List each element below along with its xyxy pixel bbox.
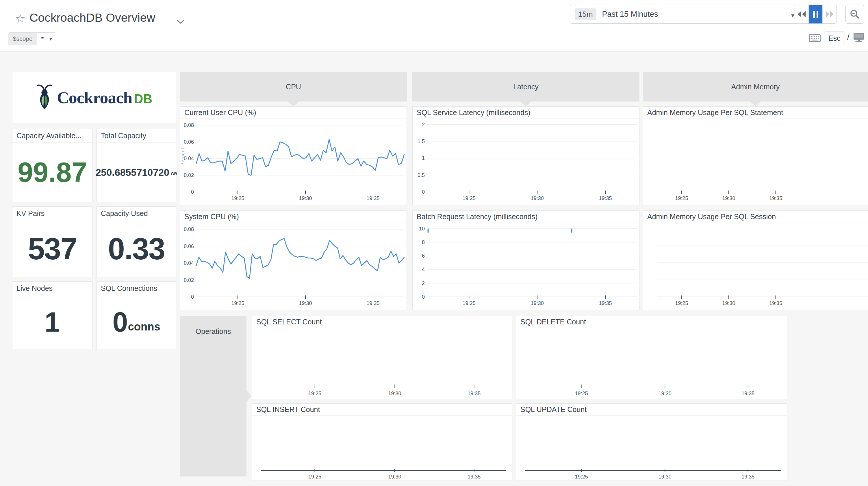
svg-text:19:35: 19:35: [769, 195, 782, 201]
chart-plot: 19:2519:3019:35: [252, 328, 512, 399]
svg-text:0.02: 0.02: [184, 277, 194, 283]
scope-variable-value: *▾: [37, 33, 56, 45]
svg-text:8: 8: [422, 239, 425, 245]
stat-title: Total Capacity: [97, 129, 176, 143]
svg-text:0.02: 0.02: [184, 172, 194, 178]
group-label: Admin Memory: [731, 83, 780, 91]
svg-text:19:30: 19:30: [722, 195, 735, 201]
svg-text:0.08: 0.08: [184, 226, 194, 232]
chart-title: SQL INSERT Count: [252, 404, 512, 416]
svg-text:19:35: 19:35: [769, 301, 782, 306]
zoom-out-button[interactable]: [845, 5, 864, 24]
chart-sql-select-count[interactable]: SQL SELECT Count 19:2519:3019:35: [252, 316, 512, 399]
svg-text:19:30: 19:30: [722, 301, 735, 306]
svg-text:19:25: 19:25: [675, 195, 688, 201]
stat-card-capacity-available[interactable]: Capacity Available... 99.87: [12, 128, 92, 202]
svg-text:6: 6: [422, 253, 425, 259]
group-label: Latency: [513, 83, 538, 91]
group-label: Operations: [196, 327, 231, 335]
group-header-operations[interactable]: Operations: [180, 316, 246, 477]
svg-text:0.08: 0.08: [184, 122, 194, 128]
template-variable-scope[interactable]: $scope *▾: [8, 32, 56, 45]
svg-text:0: 0: [422, 294, 425, 300]
svg-text:0: 0: [191, 189, 194, 195]
esc-key[interactable]: Esc: [824, 31, 845, 45]
svg-text:0.04: 0.04: [184, 260, 194, 266]
chart-plot: 024681019:2519:3019:35: [413, 223, 639, 310]
chart-admin-memory-per-sql-session[interactable]: Admin Memory Usage Per SQL Session 19:25…: [643, 210, 868, 310]
group-header-cpu[interactable]: CPU: [180, 72, 407, 102]
chart-plot: 19:2519:3019:35: [516, 416, 787, 481]
time-range-picker[interactable]: 15m Past 15 Minutes ▾: [570, 5, 800, 24]
svg-text:19:35: 19:35: [366, 301, 379, 306]
page-title: CockroachDB Overview: [29, 11, 155, 25]
stat-card-sql-connections[interactable]: SQL Connections 0conns: [96, 281, 176, 349]
svg-text:0.06: 0.06: [184, 139, 194, 145]
svg-text:19:30: 19:30: [658, 474, 672, 480]
stat-card-total-capacity[interactable]: Total Capacity 250.6855710720GB: [96, 128, 176, 202]
svg-text:19:30: 19:30: [388, 474, 401, 480]
chart-admin-memory-per-sql-statement[interactable]: Admin Memory Usage Per SQL Statement 19:…: [643, 106, 868, 205]
logo-wordmark: Cockroach: [57, 88, 132, 107]
svg-text:19:35: 19:35: [741, 474, 754, 480]
cockroachdb-dashboard: ☆ CockroachDB Overview 15m Past 15 Minut…: [0, 0, 868, 486]
stat-value: 0: [113, 308, 128, 336]
rewind-button[interactable]: [795, 5, 809, 23]
svg-text:19:35: 19:35: [467, 474, 480, 480]
chart-plot: 00.020.040.060.0819:2519:3019:35: [180, 223, 407, 310]
chart-plot: 19:2519:3019:35: [516, 328, 787, 399]
chart-plot: 19:2519:3019:35: [643, 118, 868, 205]
caret-down-icon: ▾: [50, 36, 52, 42]
svg-text:0: 0: [191, 294, 194, 300]
chevron-down-icon[interactable]: [176, 19, 185, 25]
chart-plot: 19:2519:3019:35: [643, 223, 868, 310]
svg-text:1: 1: [422, 155, 425, 161]
chart-batch-request-latency[interactable]: Batch Request Latency (milliseconds) 024…: [412, 210, 640, 310]
svg-text:19:35: 19:35: [741, 391, 754, 396]
cockroachdb-logo-card: CockroachDB: [12, 72, 176, 123]
svg-text:19:25: 19:25: [575, 474, 588, 480]
svg-text:19:30: 19:30: [531, 301, 544, 306]
svg-text:19:25: 19:25: [463, 301, 475, 306]
favorite-star-icon[interactable]: ☆: [15, 13, 25, 24]
pause-button[interactable]: [809, 5, 823, 23]
stat-card-capacity-used[interactable]: Capacity Used 0.33: [96, 206, 176, 277]
svg-text:19:35: 19:35: [467, 391, 480, 396]
svg-text:19:30: 19:30: [531, 195, 544, 201]
svg-text:0.5: 0.5: [417, 172, 425, 178]
svg-text:19:35: 19:35: [366, 195, 379, 201]
svg-text:19:25: 19:25: [231, 301, 244, 306]
stat-card-kv-pairs[interactable]: KV Pairs 537: [12, 206, 92, 277]
monitor-icon[interactable]: [853, 32, 865, 44]
chart-sql-update-count[interactable]: SQL UPDATE Count 19:2519:3019:35: [516, 403, 787, 481]
time-range-label: Past 15 Minutes: [602, 10, 658, 19]
chart-sql-service-latency[interactable]: SQL Service Latency (milliseconds) 00.51…: [412, 106, 640, 205]
chart-system-cpu[interactable]: System CPU (%) 00.020.040.060.0819:2519:…: [180, 210, 407, 310]
chart-sql-insert-count[interactable]: SQL INSERT Count 19:2519:3019:35: [252, 403, 512, 481]
chart-title: SQL UPDATE Count: [516, 404, 787, 416]
keyboard-icon[interactable]: [809, 34, 820, 44]
stat-value: 1: [44, 308, 60, 336]
top-bar: ☆ CockroachDB Overview 15m Past 15 Minut…: [0, 0, 868, 52]
chart-plot: 00.511.5219:2519:3019:35: [413, 118, 639, 205]
svg-text:4: 4: [422, 266, 425, 273]
stat-card-live-nodes[interactable]: Live Nodes 1: [12, 281, 92, 349]
stat-title: Capacity Used: [97, 207, 176, 220]
chart-current-user-cpu[interactable]: Current User CPU (%) 00.020.040.060.0819…: [180, 106, 407, 205]
stat-unit: GB: [171, 171, 178, 177]
svg-text:1.5: 1.5: [417, 139, 425, 144]
cockroach-bug-icon: [36, 84, 53, 111]
group-header-admin-memory[interactable]: Admin Memory: [643, 72, 868, 102]
chart-title: SQL Service Latency (milliseconds): [413, 107, 639, 119]
caret-down-icon: ▾: [791, 12, 794, 19]
chart-sql-delete-count[interactable]: SQL DELETE Count 19:2519:3019:35: [516, 316, 787, 399]
svg-text:19:35: 19:35: [599, 195, 612, 201]
chart-plot: 19:2519:3019:35: [252, 416, 512, 481]
svg-text:0.04: 0.04: [184, 155, 194, 161]
svg-text:19:25: 19:25: [308, 391, 321, 396]
fast-forward-button[interactable]: [823, 5, 837, 23]
shortcut-separator: /: [847, 32, 849, 41]
group-header-latency[interactable]: Latency: [412, 72, 640, 102]
stat-value: 250.6855710720: [96, 167, 169, 177]
stat-value: 99.87: [18, 159, 87, 186]
